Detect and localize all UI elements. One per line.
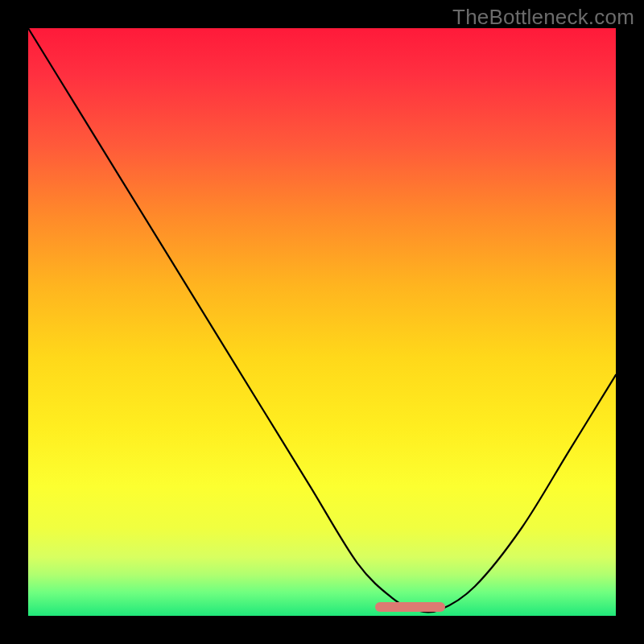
valley-marker: [375, 602, 446, 612]
bottleneck-curve: [28, 28, 616, 613]
watermark-text: TheBottleneck.com: [452, 5, 634, 30]
curve-svg: [28, 28, 616, 616]
chart-frame: TheBottleneck.com: [0, 0, 644, 644]
plot-area: [28, 28, 616, 616]
